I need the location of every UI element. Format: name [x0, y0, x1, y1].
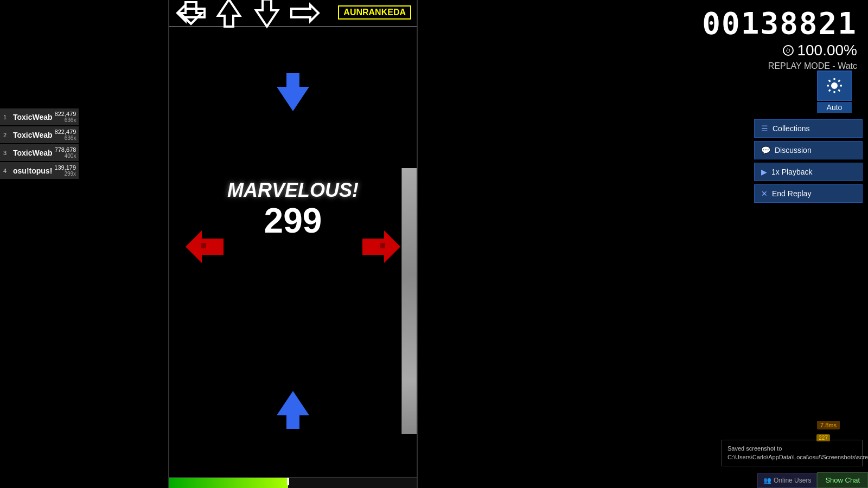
lb-score-3: 778,678 400x — [55, 146, 76, 159]
clock-icon: ⏱ — [783, 45, 794, 56]
svg-marker-10 — [277, 391, 309, 429]
lb-entry-1[interactable]: 1 ToxicWeab 822,479 636x — [0, 108, 79, 125]
lb-name-1: ToxicWeab — [13, 113, 53, 121]
show-chat-button[interactable]: Show Chat — [817, 472, 868, 488]
left-arrow-outline-icon — [175, 0, 207, 29]
accuracy-display: ⏱ 100.00% — [662, 42, 857, 59]
lb-name-3: ToxicWeab — [13, 149, 53, 157]
end-replay-icon: ✕ — [761, 189, 768, 198]
top-arrow-row — [175, 0, 321, 29]
lb-name-2: ToxicWeab — [13, 131, 53, 139]
bottom-arrow-icon — [271, 388, 315, 434]
lb-rank-4: 4 — [3, 168, 11, 174]
svg-marker-3 — [256, 0, 278, 27]
replay-mode-text: REPLAY MODE - Watc — [662, 61, 857, 71]
lb-entry-2[interactable]: 2 ToxicWeab 822,479 636x — [0, 126, 79, 143]
svg-rect-7 — [201, 243, 206, 248]
gear-icon — [825, 76, 844, 95]
number-badge: 227 — [816, 434, 830, 441]
collections-icon: ☰ — [761, 124, 768, 133]
up-arrow-outline-icon — [213, 0, 245, 29]
progress-bar-fill — [169, 478, 288, 488]
lb-entry-3[interactable]: 3 ToxicWeab 778,678 400x — [0, 144, 79, 161]
combo-display: 299 — [264, 201, 322, 241]
lb-score-4: 139,179 299x — [54, 164, 76, 177]
discussion-label: Discussion — [775, 146, 812, 155]
svg-marker-5 — [277, 73, 309, 111]
svg-point-11 — [831, 82, 838, 89]
collections-label: Collections — [773, 124, 809, 133]
discussion-icon: 💬 — [761, 146, 770, 155]
collections-button[interactable]: ☰ Collections — [754, 119, 863, 138]
down-arrow-outline-icon — [251, 0, 283, 29]
game-area: AUNRANKEDA MARVELOUS! 299 — [168, 0, 418, 488]
left-arrow-mid-icon — [180, 222, 229, 273]
unranked-badge: AUNRANKEDA — [338, 5, 411, 20]
lb-entry-4[interactable]: 4 osu!topus! 139,179 299x — [0, 162, 79, 179]
auto-label: Auto — [817, 102, 852, 113]
score-display: 00138821 — [662, 5, 857, 41]
lb-score-2: 822,479 636x — [55, 129, 76, 141]
svg-marker-0 — [180, 2, 202, 24]
right-arrow-mid-icon — [357, 222, 406, 273]
right-arrow-outline-icon — [289, 0, 321, 29]
settings-gear-button[interactable] — [817, 70, 852, 101]
playback-icon: ▶ — [761, 168, 767, 176]
playback-label: 1x Playback — [771, 168, 812, 176]
online-users-label: Online Users — [774, 477, 811, 484]
down-arrow-pressed-icon — [271, 70, 315, 116]
lb-rank-2: 2 — [3, 132, 11, 138]
lb-rank-3: 3 — [3, 150, 11, 156]
screenshot-notification: Saved screenshot to C:\Users\Carlo\AppDa… — [722, 440, 863, 466]
lb-score-1: 822,479 636x — [55, 111, 76, 123]
marvelous-label: MARVELOUS! — [227, 179, 359, 202]
end-replay-button[interactable]: ✕ End Replay — [754, 184, 863, 203]
game-top-bar: AUNRANKEDA — [169, 0, 417, 27]
playback-button[interactable]: ▶ 1x Playback — [754, 163, 863, 181]
right-panel: ☰ Collections 💬 Discussion ▶ 1x Playback… — [754, 119, 863, 203]
svg-marker-2 — [218, 0, 240, 27]
leaderboard: 1 ToxicWeab 822,479 636x 2 ToxicWeab 822… — [0, 108, 79, 180]
scroll-column — [401, 168, 417, 434]
lb-name-4: osu!topus! — [13, 166, 52, 175]
lb-rank-1: 1 — [3, 114, 11, 120]
svg-marker-4 — [291, 5, 318, 21]
progress-bar[interactable] — [169, 477, 417, 488]
online-users-icon: 👥 — [763, 477, 771, 484]
top-right-hud: 00138821 ⏱ 100.00% REPLAY MODE - Watc — [651, 0, 868, 76]
settings-auto-container: Auto — [817, 70, 852, 113]
progress-bar-marker — [287, 478, 289, 485]
accuracy-value: 100.00% — [797, 42, 857, 59]
online-users-button[interactable]: 👥 Online Users — [757, 473, 817, 488]
end-replay-label: End Replay — [772, 189, 811, 198]
latency-badge: 7.8ms — [817, 421, 840, 429]
discussion-button[interactable]: 💬 Discussion — [754, 141, 863, 159]
bottom-right-controls: 👥 Online Users Show Chat — [757, 472, 868, 488]
svg-rect-9 — [380, 243, 385, 248]
